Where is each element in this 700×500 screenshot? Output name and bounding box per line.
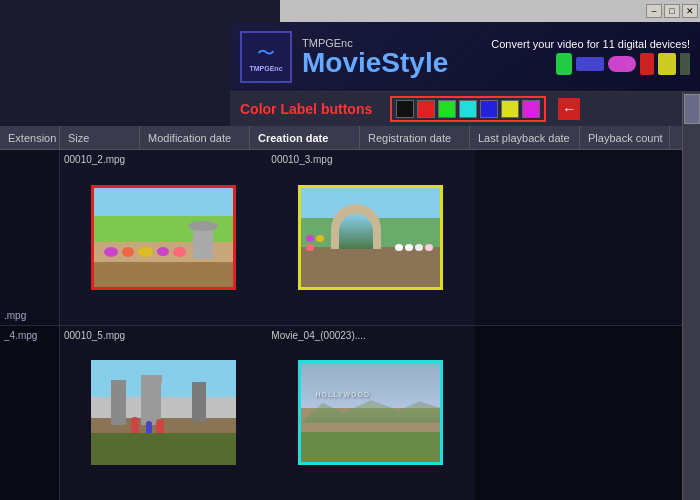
color-label-area: Color Label buttons ← [230, 92, 682, 126]
logo-wave-icon: 〜 [257, 41, 275, 65]
device-icon-1 [556, 53, 572, 75]
color-btn-blue[interactable] [480, 100, 498, 118]
video-thumbnail-4 [91, 360, 236, 465]
maximize-button[interactable]: □ [664, 4, 680, 18]
convert-section: Convert your video for 11 digital device… [491, 38, 690, 75]
col-modification[interactable]: Modification date [140, 126, 250, 149]
banner: 〜 TMPGEnc TMPGEnc MovieStyle Convert you… [230, 22, 700, 92]
video-thumbnail-2 [298, 185, 443, 290]
brand-main: MovieStyle [302, 49, 481, 77]
color-btn-magenta[interactable] [522, 100, 540, 118]
sidebar-label-2: _4.mpg [0, 326, 60, 501]
video-thumbnail-1 [91, 185, 236, 290]
video-thumbnail-5: HOLLYWOOD [298, 360, 443, 465]
brand-text: TMPGEnc MovieStyle [302, 37, 481, 77]
color-btn-red[interactable] [417, 100, 435, 118]
logo-box: 〜 TMPGEnc [240, 31, 292, 83]
video-row-2: _4.mpg 00010_5.mpg [0, 326, 682, 501]
col-playback-date[interactable]: Last playback date [470, 126, 580, 149]
video-cell-5[interactable]: Movie_04_(00023).... HOLLYWOOD [267, 326, 474, 501]
video-filename-2: 00010_3.mpg [271, 154, 332, 165]
sidebar-label-1: .mpg [0, 150, 60, 325]
video-cell-2[interactable]: 00010_3.mpg [267, 150, 474, 325]
scrollbar-right[interactable] [682, 92, 700, 500]
back-button[interactable]: ← [558, 98, 580, 120]
video-cell-4[interactable]: 00010_5.mpg [60, 326, 267, 501]
col-size[interactable]: Size [60, 126, 140, 149]
minimize-button[interactable]: – [646, 4, 662, 18]
device-icon-6 [680, 53, 690, 75]
video-filename-4: 00010_5.mpg [64, 330, 125, 341]
device-icon-2 [576, 57, 604, 71]
main-content: .mpg 00010_2.mpg [0, 150, 682, 500]
color-btn-black[interactable] [396, 100, 414, 118]
color-buttons-container [390, 96, 546, 122]
device-icon-5 [658, 53, 676, 75]
color-btn-cyan[interactable] [459, 100, 477, 118]
color-label-title: Color Label buttons [240, 101, 372, 117]
device-icon-3 [608, 56, 636, 72]
logo-text: TMPGEnc [249, 65, 282, 72]
video-filename-1: 00010_2.mpg [64, 154, 125, 165]
color-btn-yellow[interactable] [501, 100, 519, 118]
scrollbar-thumb[interactable] [684, 94, 700, 124]
column-headers: Extension Size Modification date Creatio… [0, 126, 682, 150]
col-playback-count[interactable]: Playback count [580, 126, 670, 149]
col-creation[interactable]: Creation date [250, 126, 360, 149]
video-cell-1[interactable]: 00010_2.mpg [60, 150, 267, 325]
video-filename-5: Movie_04_(00023).... [271, 330, 366, 341]
col-extension[interactable]: Extension [0, 126, 60, 149]
convert-text: Convert your video for 11 digital device… [491, 38, 690, 50]
color-btn-green[interactable] [438, 100, 456, 118]
sidebar-filename-1: .mpg [4, 310, 26, 321]
video-cell-3 [475, 150, 682, 325]
device-icon-4 [640, 53, 654, 75]
sidebar-filename-4: _4.mpg [4, 330, 37, 341]
device-icons [491, 53, 690, 75]
col-registration[interactable]: Registration date [360, 126, 470, 149]
title-bar: – □ ✕ [280, 0, 700, 22]
video-cell-6 [475, 326, 682, 501]
close-button[interactable]: ✕ [682, 4, 698, 18]
video-row-1: .mpg 00010_2.mpg [0, 150, 682, 326]
